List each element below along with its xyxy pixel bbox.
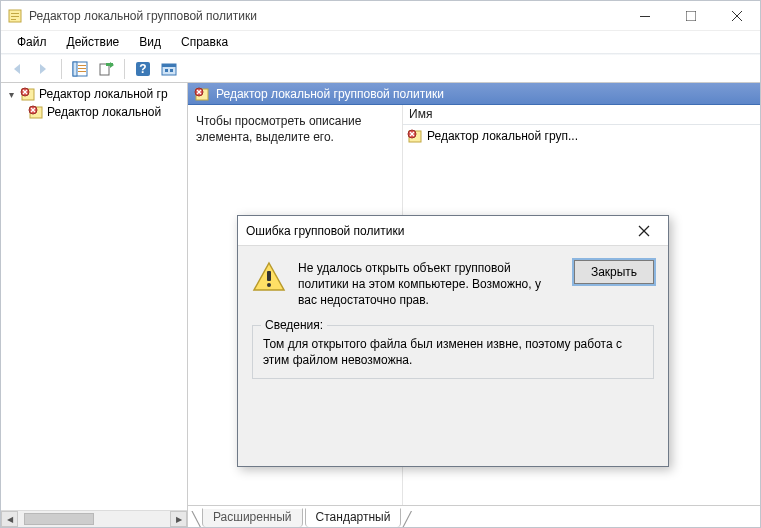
window-controls <box>622 1 760 30</box>
dialog-close-button[interactable] <box>628 220 660 242</box>
tree-pane: ▾ Редактор локальной гр Редактор локальн… <box>1 83 188 527</box>
scroll-thumb[interactable] <box>24 513 94 525</box>
svg-point-39 <box>267 283 271 287</box>
forward-button <box>31 58 55 80</box>
list-item[interactable]: Редактор локальной груп... <box>403 127 760 145</box>
tree-root-label: Редактор локальной гр <box>39 87 168 101</box>
minimize-button[interactable] <box>622 1 668 31</box>
svg-rect-10 <box>78 65 86 66</box>
menu-help[interactable]: Справка <box>171 33 238 51</box>
dialog-title-text: Ошибка групповой политики <box>246 224 628 238</box>
svg-rect-9 <box>73 62 77 76</box>
svg-rect-5 <box>686 11 696 21</box>
help-button[interactable]: ? <box>131 58 155 80</box>
column-header-name[interactable]: Имя <box>403 105 760 125</box>
horizontal-scrollbar[interactable]: ◀ ▶ <box>1 510 187 527</box>
gp-error-icon <box>194 86 210 102</box>
toolbar-separator-2 <box>124 59 125 79</box>
tab-slash: ╲ <box>192 511 202 527</box>
svg-rect-4 <box>640 16 650 17</box>
error-dialog: Ошибка групповой политики Не удалось отк… <box>237 215 669 467</box>
close-button[interactable] <box>714 1 760 31</box>
scroll-right-button[interactable]: ▶ <box>170 511 187 527</box>
scroll-left-button[interactable]: ◀ <box>1 511 18 527</box>
details-text: Том для открытого файла был изменен извн… <box>263 336 643 368</box>
content-header-label: Редактор локальной групповой политики <box>216 87 444 101</box>
dialog-body: Не удалось открыть объект групповой поли… <box>238 246 668 466</box>
tab-standard[interactable]: Стандартный <box>305 508 402 527</box>
svg-rect-19 <box>170 69 173 72</box>
tree-child-label: Редактор локальной <box>47 105 161 119</box>
gp-error-icon <box>407 128 423 144</box>
svg-rect-2 <box>11 16 19 17</box>
details-label: Сведения: <box>261 318 327 332</box>
svg-rect-38 <box>267 271 271 281</box>
svg-text:?: ? <box>139 62 146 76</box>
svg-rect-18 <box>165 69 168 72</box>
export-button[interactable] <box>94 58 118 80</box>
dialog-titlebar: Ошибка групповой политики <box>238 216 668 246</box>
svg-rect-11 <box>78 68 86 69</box>
window-title: Редактор локальной групповой политики <box>29 9 622 23</box>
warning-icon <box>252 260 286 294</box>
details-group: Сведения: Том для открытого файла был из… <box>252 325 654 379</box>
tree-child-item[interactable]: Редактор локальной <box>1 103 187 121</box>
content-header: Редактор локальной групповой политики <box>188 83 760 105</box>
list-item-label: Редактор локальной груп... <box>427 129 578 143</box>
tabs-bar: ╲ Расширенный Стандартный ╱ <box>188 505 760 527</box>
dialog-message: Не удалось открыть объект групповой поли… <box>298 260 562 309</box>
close-button[interactable]: Закрыть <box>574 260 654 284</box>
gp-error-icon <box>20 86 36 102</box>
maximize-button[interactable] <box>668 1 714 31</box>
menubar: Файл Действие Вид Справка <box>1 31 760 53</box>
tab-extended[interactable]: Расширенный <box>202 508 303 527</box>
svg-rect-17 <box>162 64 176 67</box>
menu-view[interactable]: Вид <box>129 33 171 51</box>
tab-slash: ╱ <box>403 511 413 527</box>
titlebar: Редактор локальной групповой политики <box>1 1 760 31</box>
svg-rect-1 <box>11 13 19 14</box>
expand-icon[interactable]: ▾ <box>5 89 17 100</box>
options-button[interactable] <box>157 58 181 80</box>
svg-rect-12 <box>78 71 86 72</box>
menu-file[interactable]: Файл <box>7 33 57 51</box>
toolbar-separator <box>61 59 62 79</box>
back-button <box>5 58 29 80</box>
toolbar: ? <box>1 55 760 83</box>
shelf-button[interactable] <box>68 58 92 80</box>
tree-root-item[interactable]: ▾ Редактор локальной гр <box>1 85 187 103</box>
gp-error-icon <box>28 104 44 120</box>
svg-rect-3 <box>11 19 16 20</box>
app-icon <box>7 8 23 24</box>
menu-action[interactable]: Действие <box>57 33 130 51</box>
